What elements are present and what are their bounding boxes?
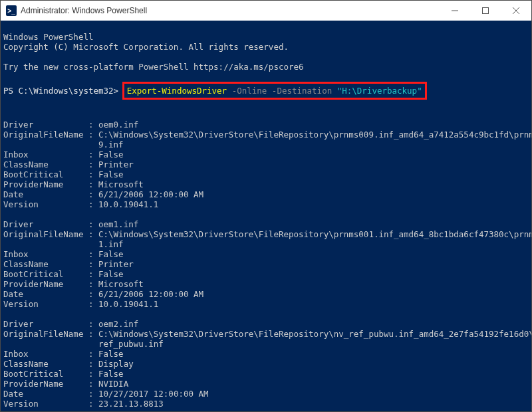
- kv-row: Date : 6/21/2006 12:00:00 AM: [3, 189, 203, 199]
- close-button[interactable]: [501, 1, 531, 21]
- command-flags: -Online -Destination: [227, 86, 337, 96]
- kv-row: OriginalFileName : C:\Windows\System32\D…: [3, 329, 531, 339]
- kv-row: OriginalFileName : C:\Windows\System32\D…: [3, 229, 531, 239]
- kv-row: ClassName : Printer: [3, 259, 134, 269]
- kv-row: BootCritical : False: [3, 269, 124, 279]
- kv-row: BootCritical : False: [3, 369, 124, 379]
- kv-row: Version : 10.0.19041.1: [3, 299, 158, 309]
- titlebar[interactable]: >_ Administrator: Windows PowerShell: [1, 1, 531, 21]
- command-arg: "H:\Driverbackup": [337, 86, 422, 96]
- kv-row: Inbox : False: [3, 150, 124, 159]
- terminal-output[interactable]: Windows PowerShell Copyright (C) Microso…: [1, 21, 531, 411]
- window-title: Administrator: Windows PowerShell: [21, 6, 147, 15]
- header-line: Windows PowerShell: [3, 32, 93, 42]
- svg-rect-1: [483, 8, 489, 14]
- kv-row: Date : 10/27/2017 12:00:00 AM: [3, 389, 209, 399]
- kv-row: ProviderName : NVIDIA: [3, 379, 128, 389]
- kv-row: OriginalFileName : C:\Windows\System32\D…: [3, 130, 531, 140]
- command-highlight-box: Export-WindowsDriver -Online -Destinatio…: [122, 82, 427, 100]
- try-line: Try the new cross-platform PowerShell ht…: [3, 62, 304, 72]
- kv-row: Version : 10.0.19041.1: [3, 199, 158, 209]
- kv-row: BootCritical : False: [3, 169, 124, 179]
- kv-row: Inbox : False: [3, 349, 124, 359]
- kv-row: ClassName : Display: [3, 359, 134, 369]
- kv-row-cont: 1.inf: [3, 239, 124, 249]
- kv-row: Inbox : False: [3, 249, 124, 259]
- kv-row-cont: 9.inf: [3, 140, 124, 150]
- kv-row: Version : 23.21.13.8813: [3, 399, 164, 409]
- kv-row: ProviderName : Microsoft: [3, 279, 144, 289]
- kv-row: ProviderName : Microsoft: [3, 179, 144, 189]
- command-name: Export-WindowsDriver: [127, 86, 227, 96]
- prompt-path: C:\Windows\system32>: [19, 86, 119, 96]
- kv-row: ClassName : Printer: [3, 159, 134, 169]
- minimize-button[interactable]: [440, 1, 470, 21]
- kv-row-cont: ref_pubwu.inf: [3, 339, 164, 349]
- kv-row: Date : 6/21/2006 12:00:00 AM: [3, 289, 203, 299]
- copyright-line: Copyright (C) Microsoft Corporation. All…: [3, 42, 289, 52]
- kv-row: Driver : oem2.inf: [3, 319, 138, 329]
- kv-row: Driver : oem1.inf: [3, 219, 138, 229]
- kv-row: Driver : oem0.inf: [3, 120, 138, 130]
- powershell-window: >_ Administrator: Windows PowerShell Win…: [0, 0, 532, 412]
- maximize-button[interactable]: [470, 1, 501, 21]
- prompt-ps: PS: [3, 86, 19, 96]
- powershell-icon: >_: [6, 5, 17, 16]
